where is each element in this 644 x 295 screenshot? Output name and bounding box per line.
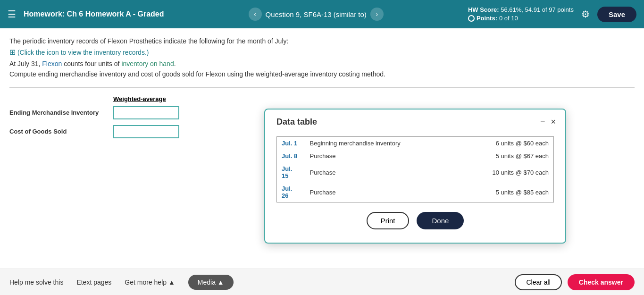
question-nav: ‹ Question 9, SF6A-13 (similar to) › [170, 8, 462, 21]
table-amount: 10 units @ $70 each [437, 162, 554, 182]
modal-minimize-button[interactable]: − [540, 117, 545, 127]
modal-actions: Print Done [276, 202, 554, 233]
question-text: The periodic inventory records of Flexon… [9, 36, 635, 80]
table-row: Jul. 1 Beginning merchandise inventory 6… [277, 137, 554, 150]
header-right: HW Score: 56.61%, 54.91 of 97 points Poi… [468, 6, 636, 23]
next-question-button[interactable]: › [370, 8, 384, 21]
check-answer-button[interactable]: Check answer [568, 274, 635, 290]
points-icon [468, 15, 475, 22]
table-description: Purchase [305, 162, 437, 182]
cogs-label: Cost of Goods Sold [9, 128, 113, 135]
menu-icon[interactable]: ☰ [8, 8, 16, 20]
table-date: Jul. 26 [277, 182, 305, 202]
inventory-records-link[interactable]: (Click the icon to view the inventory re… [17, 49, 149, 56]
table-amount: 5 units @ $67 each [437, 150, 554, 162]
column-header: Weighted-average [113, 95, 166, 102]
ending-inventory-input[interactable] [113, 106, 179, 119]
divider [9, 87, 635, 88]
table-amount: 6 units @ $60 each [437, 137, 554, 150]
ending-inventory-label: Ending Merchandise Inventory [9, 109, 113, 116]
question-line2: ⊞ (Click the icon to view the inventory … [9, 46, 635, 59]
header: ☰ Homework: Ch 6 Homework A - Graded ‹ Q… [0, 0, 644, 28]
table-date: Jul. 1 [277, 137, 305, 150]
inventory-data-table: Jul. 1 Beginning merchandise inventory 6… [276, 136, 554, 202]
modal-controls: − × [540, 117, 556, 127]
page-title: Homework: Ch 6 Homework A - Graded [24, 10, 164, 18]
footer: Help me solve this Etext pages Get more … [0, 269, 644, 295]
hw-score-label: HW Score: 56.61%, 54.91 of 97 points [468, 6, 574, 14]
table-row: Jul. 15 Purchase 10 units @ $70 each [277, 162, 554, 182]
modal-close-button[interactable]: × [551, 117, 556, 127]
table-row: Jul. 26 Purchase 5 units @ $85 each [277, 182, 554, 202]
question-line3: At July 31, Flexon counts four units of … [9, 59, 635, 69]
points-label: Points: [477, 14, 497, 23]
flexon-highlight: Flexon [42, 60, 62, 67]
data-table-modal: Data table − × Jul. 1 Beginning merchand… [264, 109, 566, 244]
help-solve-button[interactable]: Help me solve this [9, 278, 63, 286]
table-icon[interactable]: ⊞ [9, 48, 16, 56]
main-content: The periodic inventory records of Flexon… [0, 28, 644, 146]
question-line1: The periodic inventory records of Flexon… [9, 36, 635, 46]
question-label: Question 9, SF6A-13 (similar to) [266, 10, 367, 18]
more-help-button[interactable]: Get more help ▲ [125, 278, 175, 286]
table-row: Jul. 8 Purchase 5 units @ $67 each [277, 150, 554, 162]
hw-score-block: HW Score: 56.61%, 54.91 of 97 points Poi… [468, 6, 574, 23]
settings-button[interactable]: ⚙ [581, 8, 590, 20]
points-value: 0 of 10 [499, 14, 518, 23]
save-button[interactable]: Save [597, 7, 636, 22]
etext-pages-button[interactable]: Etext pages [76, 278, 111, 286]
table-date: Jul. 8 [277, 150, 305, 162]
modal-body: Jul. 1 Beginning merchandise inventory 6… [265, 131, 565, 243]
print-button[interactable]: Print [367, 212, 410, 229]
cogs-input[interactable] [113, 125, 179, 138]
done-button[interactable]: Done [417, 212, 464, 229]
table-date: Jul. 15 [277, 162, 305, 182]
cogs-row: Cost of Goods Sold [9, 125, 217, 138]
ending-inventory-row: Ending Merchandise Inventory [9, 106, 217, 119]
table-description: Beginning merchandise inventory [305, 137, 437, 150]
prev-question-button[interactable]: ‹ [249, 8, 262, 21]
modal-title: Data table [276, 117, 317, 127]
footer-right: Clear all Check answer [515, 274, 635, 290]
table-description: Purchase [305, 182, 437, 202]
media-button[interactable]: Media ▲ [188, 275, 234, 290]
clear-all-button[interactable]: Clear all [515, 274, 561, 290]
inventory-highlight: inventory on hand [121, 60, 174, 67]
table-description: Purchase [305, 150, 437, 162]
table-amount: 5 units @ $85 each [437, 182, 554, 202]
modal-header: Data table − × [265, 110, 565, 131]
question-line4: Compute ending merchandise inventory and… [9, 69, 635, 79]
column-header-row: Weighted-average [9, 95, 635, 102]
